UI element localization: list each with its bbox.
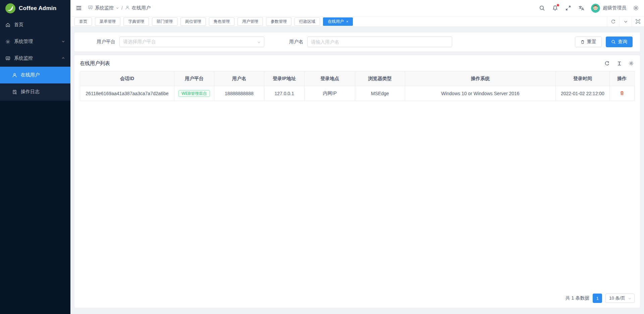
user-name: 超级管理员 xyxy=(603,5,626,11)
col-ip: 登录IP地址 xyxy=(264,71,305,86)
top-header: 系统监控 / 在线用户 超 xyxy=(70,0,644,16)
page-1-button[interactable]: 1 xyxy=(593,294,602,303)
tab-param-management[interactable]: 参数管理 xyxy=(266,17,291,26)
tab-label: 首页 xyxy=(79,19,87,24)
sidebar-item-system-monitor[interactable]: 系统监控 xyxy=(0,50,70,67)
tab-label: 用户管理 xyxy=(242,19,258,24)
sidebar-item-label: 系统监控 xyxy=(14,55,33,61)
tab-home[interactable]: 首页 xyxy=(74,17,92,26)
search-button[interactable]: 查询 xyxy=(606,37,633,47)
reset-button[interactable]: 重置 xyxy=(575,37,602,47)
cell-browser: MSEdge xyxy=(355,86,405,101)
sidebar-item-operation-log[interactable]: 操作日志 xyxy=(0,83,70,100)
sidebar-item-system-management[interactable]: 系统管理 xyxy=(0,33,70,50)
col-os: 操作系统 xyxy=(405,71,556,86)
pagination-total: 共 1 条数据 xyxy=(566,295,590,301)
tab-label: 行政区域 xyxy=(299,19,315,24)
log-icon xyxy=(12,89,17,95)
platform-select-placeholder: 请选择用户平台 xyxy=(123,39,156,45)
pagination: 共 1 条数据 1 10 条/页 xyxy=(566,294,635,303)
monitor-icon xyxy=(88,5,93,11)
sidebar-item-online-users[interactable]: 在线用户 xyxy=(0,67,70,83)
sidebar-item-label: 系统管理 xyxy=(14,39,33,45)
table-row: 26118e6169aa41a387aa3ca7a7d2a6be WEB管理后台… xyxy=(80,86,635,101)
col-login-time: 登录时间 xyxy=(556,71,609,86)
refresh-icon[interactable] xyxy=(607,16,619,26)
tab-admin-region[interactable]: 行政区域 xyxy=(294,17,320,26)
tab-label: 参数管理 xyxy=(271,19,287,24)
tab-label: 部门管理 xyxy=(157,19,173,24)
sidebar: Coffee Admin 首页 系统管理 系统监控 xyxy=(0,0,70,314)
main-content: 用户平台 请选择用户平台 用户名 重置 查询 在线用户列表 xyxy=(70,27,644,314)
col-platform: 用户平台 xyxy=(174,71,214,86)
col-actions: 操作 xyxy=(609,71,634,86)
tab-dept-management[interactable]: 部门管理 xyxy=(152,17,177,26)
online-users-panel: 在线用户列表 会话ID 用户平台 xyxy=(74,55,640,308)
tab-label: 角色管理 xyxy=(214,19,230,24)
cell-username: 18888888888 xyxy=(214,86,264,101)
tab-menu-management[interactable]: 菜单管理 xyxy=(95,17,120,26)
app-title: Coffee Admin xyxy=(19,5,56,12)
chevron-down-icon[interactable] xyxy=(619,16,632,26)
translate-icon[interactable] xyxy=(578,5,585,11)
breadcrumb-current-label: 在线用户 xyxy=(132,5,151,11)
search-icon[interactable] xyxy=(539,5,545,11)
tab-dict-management[interactable]: 字典管理 xyxy=(123,17,149,26)
chevron-up-icon xyxy=(61,56,65,61)
user-icon xyxy=(12,72,17,78)
platform-tag: WEB管理后台 xyxy=(178,90,210,97)
search-button-label: 查询 xyxy=(618,39,627,45)
frame-fullscreen-icon[interactable] xyxy=(632,16,644,26)
gear-icon[interactable] xyxy=(633,5,639,11)
cell-os: Windows 10 or Windows Server 2016 xyxy=(405,86,556,101)
bell-icon[interactable] xyxy=(552,5,558,11)
platform-label: 用户平台 xyxy=(97,39,115,45)
platform-select[interactable]: 请选择用户平台 xyxy=(119,37,264,47)
breadcrumb-parent-label: 系统监控 xyxy=(95,5,114,11)
tab-online-users[interactable]: 在线用户 × xyxy=(323,17,353,26)
tab-label: 在线用户 xyxy=(328,19,344,24)
user-icon xyxy=(125,5,130,11)
cell-actions xyxy=(609,86,634,101)
sidebar-item-label: 首页 xyxy=(14,22,23,28)
tab-post-management[interactable]: 岗位管理 xyxy=(180,17,206,26)
close-icon[interactable]: × xyxy=(346,20,348,23)
tab-label: 字典管理 xyxy=(128,19,144,24)
page-size-select[interactable]: 10 条/页 xyxy=(605,294,635,303)
username-input[interactable] xyxy=(307,37,452,47)
col-location: 登录地点 xyxy=(305,71,355,86)
sidebar-item-label: 在线用户 xyxy=(21,72,40,78)
menu-fold-icon[interactable] xyxy=(75,4,83,12)
breadcrumb-separator: / xyxy=(121,5,123,11)
chevron-down-icon xyxy=(257,40,261,45)
col-session-id: 会话ID xyxy=(80,71,174,86)
tab-user-management[interactable]: 用户管理 xyxy=(237,17,263,26)
cell-session-id: 26118e6169aa41a387aa3ca7a7d2a6be xyxy=(80,86,174,101)
breadcrumb: 系统监控 / 在线用户 xyxy=(88,5,151,11)
chevron-down-icon xyxy=(61,39,65,44)
cell-login-time: 2022-01-02 22:12:00 xyxy=(556,86,609,101)
col-browser: 浏览器类型 xyxy=(355,71,405,86)
app-logo[interactable]: Coffee Admin xyxy=(0,0,70,16)
cell-location: 内网IP xyxy=(305,86,355,101)
monitor-icon xyxy=(5,56,11,61)
fullscreen-icon[interactable] xyxy=(565,5,572,11)
row-height-icon[interactable] xyxy=(616,60,623,67)
avatar xyxy=(591,4,600,13)
col-username: 用户名 xyxy=(214,71,264,86)
breadcrumb-parent[interactable]: 系统监控 xyxy=(88,5,119,11)
refresh-icon[interactable] xyxy=(604,60,610,67)
panel-title: 在线用户列表 xyxy=(80,60,110,67)
gear-icon[interactable] xyxy=(628,60,635,67)
online-users-table: 会话ID 用户平台 用户名 登录IP地址 登录地点 浏览器类型 操作系统 登录时… xyxy=(80,71,635,101)
notification-dot xyxy=(557,4,559,6)
user-menu[interactable]: 超级管理员 xyxy=(591,4,626,13)
tab-label: 菜单管理 xyxy=(100,19,116,24)
trash-icon[interactable] xyxy=(620,90,625,96)
tab-role-management[interactable]: 角色管理 xyxy=(209,17,234,26)
username-label: 用户名 xyxy=(289,39,303,45)
sidebar-item-home[interactable]: 首页 xyxy=(0,16,70,33)
opened-tabs-bar: 首页 菜单管理 字典管理 部门管理 岗位管理 角色管理 用户管理 参数管理 行政… xyxy=(70,16,644,27)
spring-leaf-icon xyxy=(5,3,15,13)
tab-label: 岗位管理 xyxy=(185,19,201,24)
